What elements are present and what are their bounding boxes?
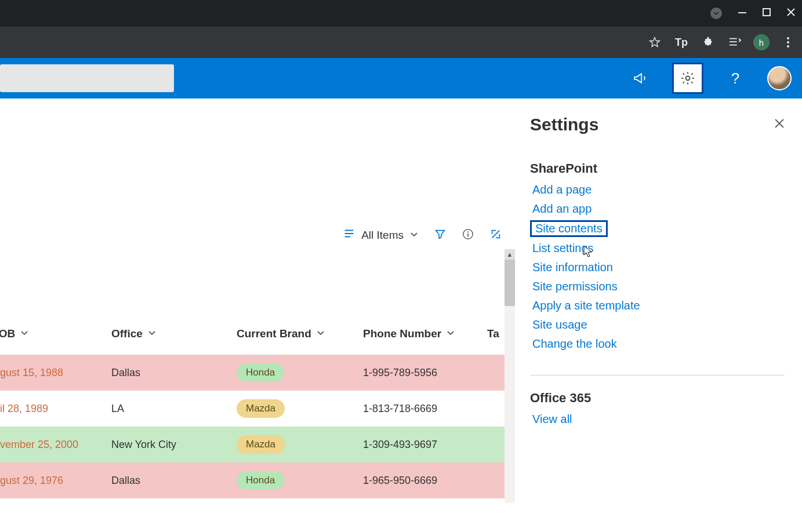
extensions-puzzle-icon[interactable] [700,34,716,50]
cell-phone: 1-309-493-9697 [363,439,487,451]
section-o365-title: Office 365 [530,391,785,406]
settings-link[interactable]: Change the look [530,336,619,352]
cell-phone: 1-813-718-6669 [363,403,487,415]
filter-icon[interactable] [434,228,447,243]
scroll-up-arrow-icon[interactable]: ▲ [505,249,515,260]
column-label: Current Brand [237,327,311,340]
brand-pill: Honda [237,471,284,490]
settings-link[interactable]: Site contents [530,220,608,237]
scroll-track[interactable] [505,260,515,503]
view-switcher[interactable]: All Items [343,227,419,243]
office365-links: View all [530,411,785,427]
settings-link[interactable]: Apply a site template [530,298,643,314]
profile-avatar-icon[interactable]: h [753,34,770,50]
brand-pill: Mazda [237,399,285,418]
brand-pill: Honda [237,363,284,382]
column-header-brand[interactable]: Current Brand [237,327,363,340]
settings-link[interactable]: List settings [530,241,596,256]
list-region: All Items DOB Office [0,99,515,532]
svg-point-2 [787,37,789,39]
table-row[interactable]: gust 29, 1976DallasHonda1-965-950-6669 [0,462,515,498]
cell-dob: gust 15, 1988 [0,367,111,379]
settings-link[interactable]: View all [530,411,575,427]
settings-link[interactable]: Add a page [530,182,594,198]
column-label: Office [111,327,143,340]
list-lines-icon [343,227,355,243]
minimize-icon[interactable] [738,8,746,19]
settings-link[interactable]: Add an app [530,201,594,217]
cell-phone: 1-995-789-5956 [363,367,487,379]
svg-rect-8 [467,234,469,237]
extension-tp-icon[interactable]: Tp [673,34,689,50]
svg-point-3 [787,41,789,43]
chevron-down-icon [446,327,455,340]
bookmark-star-icon[interactable] [647,34,663,50]
view-label: All Items [361,229,404,242]
megaphone-icon[interactable] [625,63,656,94]
cell-dob: gust 29, 1976 [0,475,111,487]
history-dropdown-icon[interactable] [710,8,722,19]
column-header-phone[interactable]: Phone Number [363,327,487,340]
column-label: Ta [487,327,499,340]
settings-link[interactable]: Site permissions [530,279,620,294]
scroll-thumb[interactable] [505,260,515,306]
table-row[interactable]: vember 25, 2000New York CityMazda1-309-4… [0,427,515,462]
cell-dob: il 28, 1989 [0,403,111,415]
settings-link[interactable]: Site usage [530,317,590,333]
table-header-row: DOB Office Current Brand Phone Number Ta [0,327,515,346]
brand-pill: Mazda [237,435,285,454]
cell-office: Dallas [111,475,237,487]
table-row[interactable]: il 28, 1989LAMazda1-813-718-6669 [0,391,515,427]
svg-rect-0 [738,12,746,13]
close-panel-icon[interactable] [774,117,785,132]
suite-header: ? [0,58,802,99]
svg-rect-1 [763,9,770,16]
cell-brand: Honda [237,363,363,382]
column-label: DOB [0,327,15,340]
settings-link[interactable]: Site information [530,260,615,275]
svg-point-4 [787,45,789,48]
chevron-down-icon [316,327,325,340]
section-sharepoint-title: SharePoint [530,161,785,176]
chevron-down-icon [20,327,29,340]
cell-office: Dallas [111,367,237,379]
cell-brand: Mazda [237,399,363,418]
settings-gear-icon[interactable] [672,63,703,94]
settings-panel-title: Settings [530,115,598,134]
chevron-down-icon [409,229,419,242]
table-row[interactable]: gust 15, 1988DallasHonda1-995-789-5956 [0,355,515,391]
cell-dob: vember 25, 2000 [0,439,111,451]
search-input[interactable] [0,64,174,92]
panel-divider [530,375,785,376]
expand-icon[interactable] [489,228,502,243]
cell-phone: 1-965-950-6669 [363,475,487,487]
svg-point-5 [686,76,690,81]
help-icon[interactable]: ? [720,63,751,94]
maximize-icon[interactable] [763,8,771,19]
vertical-scrollbar[interactable]: ▲ [505,249,515,527]
cell-brand: Mazda [237,435,363,454]
info-icon[interactable] [462,228,474,243]
user-avatar[interactable] [767,66,792,90]
settings-panel: Settings SharePoint Add a pageAdd an app… [515,99,802,532]
cell-office: New York City [111,439,237,451]
table-body: gust 15, 1988DallasHonda1-995-789-5956il… [0,355,515,498]
browser-menu-icon[interactable] [780,34,796,50]
column-header-dob[interactable]: DOB [0,327,111,340]
browser-toolbar: Tp h [0,27,802,58]
svg-point-7 [467,231,469,232]
reading-list-icon[interactable] [727,34,743,50]
column-label: Phone Number [363,327,441,340]
sharepoint-links: Add a pageAdd an appSite contentsList se… [530,182,785,352]
chevron-down-icon [147,327,157,340]
window-close-icon[interactable] [787,8,795,19]
cell-office: LA [111,403,237,415]
column-header-office[interactable]: Office [111,327,237,340]
browser-titlebar [0,0,802,27]
cell-brand: Honda [237,471,363,490]
command-bar: All Items [343,227,502,243]
